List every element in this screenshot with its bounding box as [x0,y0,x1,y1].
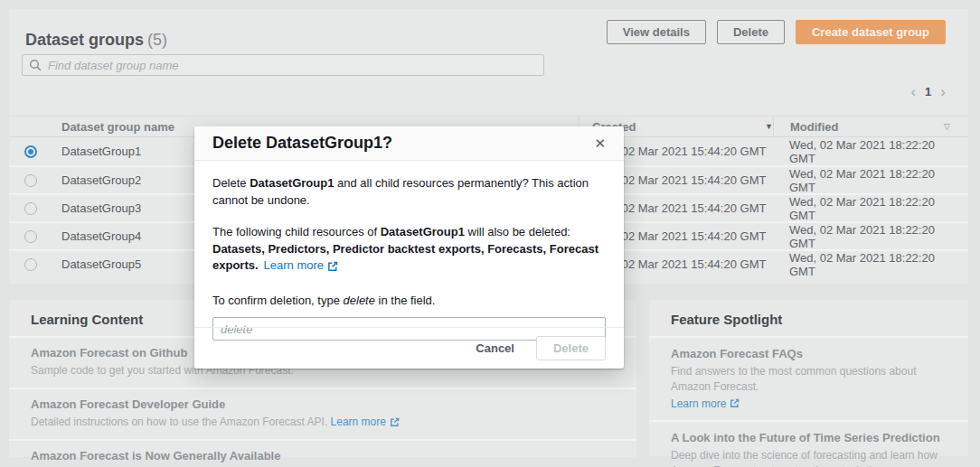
radio-button[interactable] [24,202,37,215]
create-dataset-group-button[interactable]: Create dataset group [796,20,946,44]
sort-desc-icon[interactable]: ▼ [765,122,773,131]
text-segment-bold: DatasetGroup1 [381,225,465,238]
page-number[interactable]: 1 [925,85,931,98]
entry-desc: Detailed instructions on how to use the … [31,415,615,430]
entry-title: Amazon Forecast is Now Generally Availab… [31,449,615,462]
feature-spotlight-title: Feature Spotlight [649,300,968,338]
learn-more-label: Learn more [671,397,726,412]
learn-more-link[interactable]: Learn more [264,257,338,275]
learn-more-link[interactable]: Learn more [331,415,400,430]
entry-link-row: Learn more [671,397,950,412]
search-field-wrap [22,54,544,76]
dialog-child-resources-text: The following child resources of Dataset… [212,224,606,276]
page-title: Dataset groups(5) [25,31,167,50]
radio-button[interactable] [24,258,37,271]
delete-confirmation-dialog: Delete DatasetGroup1? ✕ Delete DatasetGr… [194,126,624,369]
cell-modified: Wed, 02 Mar 2021 18:22:20 GMT [789,167,950,194]
entry-title: A Look into the Future of Time Series Pr… [671,431,950,444]
confirm-delete-button[interactable]: Delete [536,336,606,360]
list-item: Amazon Forecast FAQs Find answers to the… [649,338,968,420]
cell-modified: Wed, 02 Mar 2021 18:22:20 GMT [789,195,950,222]
radio-button-selected[interactable] [24,145,37,158]
text-segment-italic: delete [344,294,375,307]
page-title-count: (5) [147,31,167,49]
learn-more-label: Learn more [331,415,386,430]
close-icon[interactable]: ✕ [594,136,606,150]
text-segment: Delete [212,176,250,190]
entry-desc: Find answers to the most common question… [671,364,950,395]
delete-button[interactable]: Delete [717,20,785,44]
list-item: A Look into the Future of Time Series Pr… [649,420,968,467]
cell-modified: Wed, 02 Mar 2021 18:22:20 GMT [789,223,950,250]
dialog-warning-text: Delete DatasetGroup1 and all child resou… [212,175,606,210]
cell-modified: Wed, 02 Mar 2021 18:22:20 GMT [789,251,950,278]
entry-desc: Deep dive into the science of forecastin… [671,448,950,467]
prev-page-icon[interactable]: ‹ [910,86,916,98]
pagination: ‹ 1 › [910,85,946,98]
learn-more-label: Learn more [264,257,324,275]
list-item: Amazon Forecast is Now Generally Availab… [9,439,636,467]
next-page-icon[interactable]: › [940,86,946,98]
dialog-header: Delete DatasetGroup1? ✕ [194,126,624,161]
toolbar: View details Delete Create dataset group [607,20,946,44]
entry-desc-text: Detailed instructions on how to use the … [31,416,327,428]
column-header-modified[interactable]: Modified ▽ [773,117,968,136]
sort-outline-icon[interactable]: ▽ [944,122,950,131]
dialog-body: Delete DatasetGroup1 and all child resou… [194,175,624,341]
text-segment-bold: DatasetGroup1 [250,176,334,190]
text-segment: The following child resources of [212,225,381,238]
search-icon [29,59,42,71]
external-link-icon [390,417,400,427]
external-link-icon [730,398,740,408]
learn-more-link[interactable]: Learn more [671,397,740,412]
dialog-title: Delete DatasetGroup1? [212,134,392,153]
list-item: Amazon Forecast Developer Guide Detailed… [9,388,636,439]
column-header-modified-label: Modified [790,120,838,134]
forecast-console-page: Dataset groups(5) View details Delete Cr… [0,0,980,467]
feature-spotlight-panel: Feature Spotlight Amazon Forecast FAQs F… [649,300,968,456]
entry-desc-text: Deep dive into the science of forecastin… [671,449,938,467]
text-segment: in the field. [375,294,436,307]
cell-modified: Wed, 02 Mar 2021 18:22:20 GMT [789,138,950,165]
text-segment: will also be deleted: [465,225,570,238]
search-input[interactable] [22,54,544,76]
radio-button[interactable] [24,230,37,243]
entry-title: Amazon Forecast FAQs [671,347,950,360]
text-segment: To confirm deletion, type [212,294,344,307]
entry-title: Amazon Forecast Developer Guide [31,397,615,411]
dialog-confirm-instruction: To confirm deletion, type delete in the … [212,293,606,310]
external-link-icon [327,261,338,272]
page-title-text: Dataset groups [25,31,144,49]
cancel-button[interactable]: Cancel [476,341,514,355]
radio-button[interactable] [24,174,37,187]
view-details-button[interactable]: View details [607,20,706,44]
dialog-footer: Cancel Delete [194,327,624,369]
